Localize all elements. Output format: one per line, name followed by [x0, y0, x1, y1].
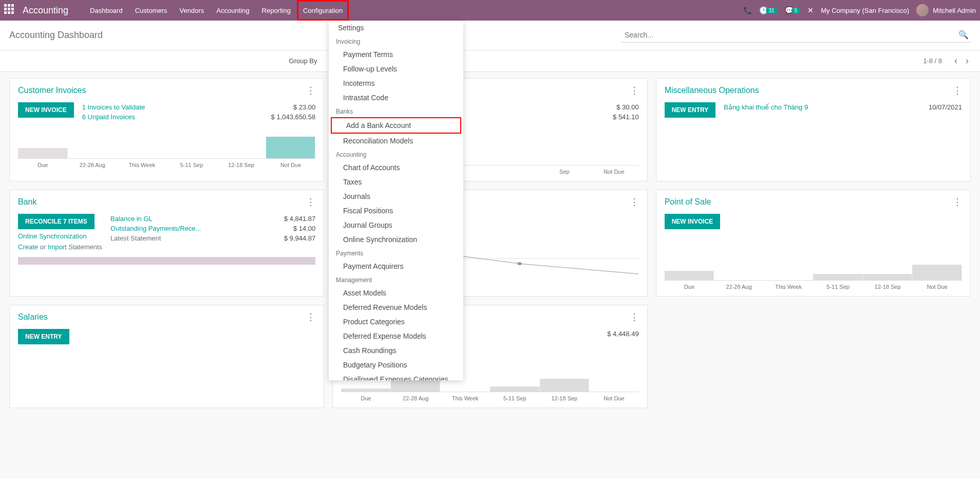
svg-point-0: [518, 262, 522, 265]
dd-section-payments: Payments: [329, 247, 463, 259]
card-pos: Point of Sale ⋮ NEW INVOICE Due22-28 Aug…: [656, 190, 971, 297]
tax-link[interactable]: Bảng khai thuế cho Tháng 9: [724, 103, 808, 111]
card-menu-icon[interactable]: ⋮: [953, 85, 962, 96]
pager-text: 1-8 / 8: [923, 57, 942, 65]
dd-section-management: Management: [329, 273, 463, 286]
nav-menu: Dashboard Customers Vendors Accounting R…: [84, 0, 349, 21]
top-navbar: Accounting Dashboard Customers Vendors A…: [0, 0, 980, 21]
nav-vendors[interactable]: Vendors: [174, 0, 211, 21]
dd-deferred-expense[interactable]: Deferred Expense Models: [329, 329, 463, 343]
search-input[interactable]: [621, 28, 971, 42]
latest-statement-label: Latest Statement: [110, 234, 161, 242]
import-link[interactable]: Import: [48, 243, 67, 251]
dd-intrastat-code[interactable]: Intrastat Code: [329, 90, 463, 105]
app-title: Accounting: [23, 5, 68, 16]
apps-icon[interactable]: [4, 4, 16, 16]
pager-next[interactable]: ›: [964, 56, 971, 66]
amount: $ 30.00: [616, 103, 638, 111]
messages-badge[interactable]: 💬5: [785, 6, 801, 14]
nav-configuration[interactable]: Configuration: [297, 0, 349, 21]
card-menu-icon[interactable]: ⋮: [306, 85, 315, 96]
card-menu-icon[interactable]: ⋮: [630, 311, 639, 323]
tray-icon[interactable]: ✕: [807, 6, 814, 14]
card-title[interactable]: Salaries: [18, 312, 48, 322]
dashboard-grid: Customer Invoices ⋮ NEW INVOICE 1 Invoic…: [0, 72, 980, 414]
new-entry-button[interactable]: NEW ENTRY: [18, 329, 69, 344]
pager-prev[interactable]: ‹: [952, 56, 959, 66]
dd-cash-roundings[interactable]: Cash Roundings: [329, 343, 463, 358]
dd-add-bank-account[interactable]: Add a Bank Account: [331, 117, 461, 134]
card-menu-icon[interactable]: ⋮: [630, 85, 639, 96]
dd-deferred-revenue[interactable]: Deferred Revenue Models: [329, 300, 463, 315]
balance-link[interactable]: Balance in GL: [110, 215, 153, 223]
card-title[interactable]: Point of Sale: [665, 197, 711, 207]
filter-bar: Group By ★ Favorites 1-8 / 8 ‹ ›: [0, 50, 980, 72]
header-right: 📞 🕐31 💬5 ✕ My Company (San Francisco) Mi…: [743, 4, 976, 16]
new-invoice-button[interactable]: NEW INVOICE: [665, 214, 721, 229]
amount: $ 541.10: [613, 113, 639, 121]
dd-asset-models[interactable]: Asset Models: [329, 286, 463, 300]
dd-incoterms[interactable]: Incoterms: [329, 76, 463, 90]
dd-taxes[interactable]: Taxes: [329, 175, 463, 189]
card-title[interactable]: Customer Invoices: [18, 86, 86, 95]
card-menu-icon[interactable]: ⋮: [953, 196, 962, 208]
amount: $ 4,448.49: [607, 330, 638, 338]
nav-accounting[interactable]: Accounting: [210, 0, 255, 21]
new-entry-button[interactable]: NEW ENTRY: [665, 102, 716, 118]
chart-labels: Due22-28 AugThis Week5-11 Sep12-18 SepNo…: [341, 395, 638, 401]
nav-customers[interactable]: Customers: [129, 0, 174, 21]
phone-icon[interactable]: 📞: [743, 6, 752, 14]
search-box: 🔍: [621, 28, 971, 43]
nav-dashboard[interactable]: Dashboard: [84, 0, 129, 21]
dd-fiscal-positions[interactable]: Fiscal Positions: [329, 204, 463, 218]
search-icon[interactable]: 🔍: [958, 30, 969, 40]
card-salaries: Salaries ⋮ NEW ENTRY: [9, 305, 324, 408]
reconcile-button[interactable]: RECONCILE 7 ITEMS: [18, 214, 95, 229]
unpaid-invoices-link[interactable]: 6 Unpaid Invoices: [82, 113, 135, 121]
dd-chart-of-accounts[interactable]: Chart of Accounts: [329, 160, 463, 175]
user-menu[interactable]: Mitchell Admin: [916, 4, 976, 16]
dd-payment-terms[interactable]: Payment Terms: [329, 47, 463, 62]
dd-section-banks: Banks: [329, 105, 463, 117]
dd-payment-acquirers[interactable]: Payment Acquirers: [329, 259, 463, 273]
activity-badge[interactable]: 🕐31: [759, 6, 778, 14]
company-selector[interactable]: My Company (San Francisco): [821, 7, 909, 14]
amount: $ 23.00: [293, 103, 315, 111]
dd-section-invoicing: Invoicing: [329, 35, 463, 47]
bar-chart: [18, 128, 315, 159]
card-title[interactable]: Bank: [18, 197, 36, 207]
breadcrumb-bar: Accounting Dashboard 🔍: [0, 21, 980, 50]
date: 10/07/2021: [929, 103, 962, 111]
chart-labels: Due22-28 AugThis Week5-11 Sep12-18 SepNo…: [665, 284, 962, 290]
bank-chart: [18, 257, 315, 265]
dd-budgetary-positions[interactable]: Budgetary Positions: [329, 358, 463, 372]
chart-labels: Due22-28 AugThis Week5-11 Sep12-18 SepNo…: [18, 162, 315, 168]
dd-online-sync[interactable]: Online Synchronization: [329, 232, 463, 247]
dd-section-accounting: Accounting: [329, 148, 463, 160]
new-invoice-button[interactable]: NEW INVOICE: [18, 102, 74, 118]
group-by[interactable]: Group By: [289, 57, 317, 65]
dd-reconciliation-models[interactable]: Reconciliation Models: [329, 134, 463, 148]
dd-settings[interactable]: Settings: [329, 21, 463, 35]
card-bank: Bank ⋮ RECONCILE 7 ITEMS Online Synchron…: [9, 190, 324, 297]
dd-disallowed-expenses[interactable]: Disallowed Expenses Categories: [329, 372, 463, 380]
online-sync-link[interactable]: Online Synchronization: [18, 232, 87, 240]
card-menu-icon[interactable]: ⋮: [630, 196, 639, 208]
card-menu-icon[interactable]: ⋮: [306, 311, 315, 323]
create-link[interactable]: Create: [18, 243, 38, 251]
dd-product-categories[interactable]: Product Categories: [329, 315, 463, 329]
invoices-to-validate-link[interactable]: 1 Invoices to Validate: [82, 103, 145, 111]
card-menu-icon[interactable]: ⋮: [306, 196, 315, 208]
dd-journals[interactable]: Journals: [329, 189, 463, 204]
card-title[interactable]: Miscellaneous Operations: [665, 86, 759, 95]
username: Mitchell Admin: [933, 7, 976, 14]
bar-chart: [665, 250, 962, 281]
dd-journal-groups[interactable]: Journal Groups: [329, 218, 463, 232]
configuration-dropdown: Settings Invoicing Payment Terms Follow-…: [329, 21, 463, 380]
amount: $ 1,043,650.58: [271, 113, 316, 121]
dd-followup-levels[interactable]: Follow-up Levels: [329, 62, 463, 76]
card-misc-operations: Miscellaneous Operations ⋮ NEW ENTRY Bản…: [656, 78, 971, 181]
outstanding-link[interactable]: Outstanding Payments/Rece...: [110, 225, 201, 232]
nav-reporting[interactable]: Reporting: [256, 0, 297, 21]
page-title: Accounting Dashboard: [9, 30, 103, 41]
